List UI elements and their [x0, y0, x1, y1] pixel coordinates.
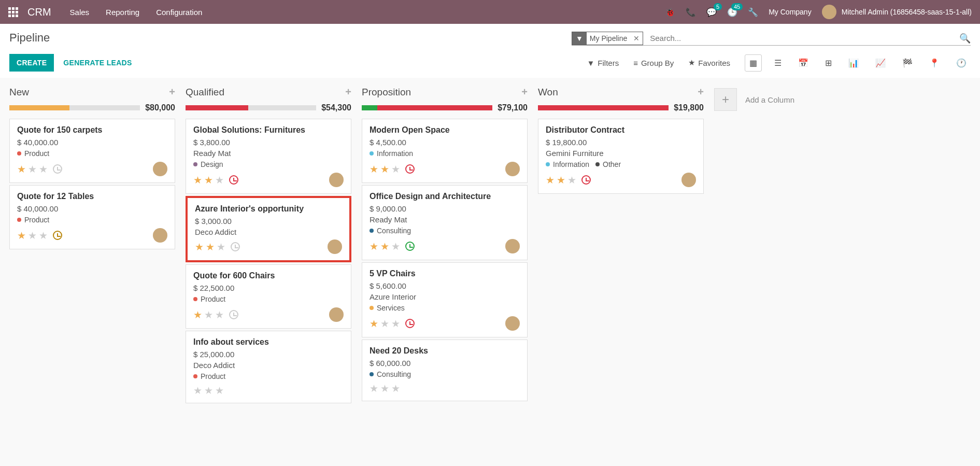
star-icon[interactable]: ★ — [193, 174, 202, 186]
assignee-avatar[interactable] — [505, 239, 520, 253]
nav-sales[interactable]: Sales — [70, 8, 90, 17]
star-icon[interactable]: ★ — [370, 163, 378, 175]
column-add-icon[interactable]: + — [345, 86, 351, 98]
create-button[interactable]: CREATE — [9, 54, 54, 72]
clock-icon[interactable] — [53, 231, 62, 240]
star-icon[interactable]: ★ — [39, 163, 48, 175]
assignee-avatar[interactable] — [328, 239, 342, 254]
graph-view-icon[interactable]: 📊 — [844, 55, 863, 71]
assignee-avatar[interactable] — [329, 307, 344, 322]
priority-stars[interactable]: ★★★ — [546, 174, 591, 186]
priority-stars[interactable]: ★★★ — [370, 241, 415, 252]
map-view-icon[interactable]: 📍 — [925, 55, 944, 71]
star-icon[interactable]: ★ — [370, 241, 378, 252]
kanban-view-icon[interactable]: ▦ — [745, 54, 762, 72]
assignee-avatar[interactable] — [153, 162, 167, 176]
star-icon[interactable]: ★ — [391, 241, 400, 252]
star-icon[interactable]: ★ — [28, 163, 37, 175]
star-icon[interactable]: ★ — [206, 241, 215, 253]
filters-dropdown[interactable]: ▼Filters — [587, 59, 619, 67]
clock-icon[interactable] — [405, 319, 415, 328]
add-column-label[interactable]: Add a Column — [745, 95, 794, 104]
kanban-card[interactable]: Need 20 Desks$ 60,000.00Consulting★★★ — [362, 340, 528, 401]
dashboard-view-icon[interactable]: 🏁 — [898, 55, 917, 71]
star-icon[interactable]: ★ — [380, 383, 389, 394]
clock-icon[interactable] — [53, 164, 62, 174]
filter-chip[interactable]: ▼ My Pipeline ✕ — [572, 32, 643, 45]
priority-stars[interactable]: ★★★ — [193, 309, 238, 321]
clock-icon[interactable] — [229, 310, 238, 319]
star-icon[interactable]: ★ — [204, 385, 213, 397]
star-icon[interactable]: ★ — [217, 241, 225, 253]
assignee-avatar[interactable] — [329, 173, 344, 187]
star-icon[interactable]: ★ — [380, 241, 389, 252]
star-icon[interactable]: ★ — [204, 174, 213, 186]
priority-stars[interactable]: ★★★ — [17, 163, 62, 175]
star-icon[interactable]: ★ — [39, 230, 48, 242]
pivot-view-icon[interactable]: ⊞ — [821, 55, 836, 71]
kanban-card[interactable]: 5 VP Chairs$ 5,600.00Azure InteriorServi… — [362, 262, 528, 337]
clock-icon[interactable] — [581, 175, 591, 185]
kanban-card[interactable]: Info about services$ 25,000.00Deco Addic… — [186, 331, 351, 403]
search-icon[interactable]: 🔍 — [959, 33, 971, 44]
priority-stars[interactable]: ★★★ — [17, 230, 62, 242]
calendar-view-icon[interactable]: 📅 — [794, 55, 813, 71]
favorites-dropdown[interactable]: ★Favorites — [688, 58, 730, 67]
user-menu[interactable]: Mitchell Admin (16856458-saas-15-1-all) — [822, 5, 972, 19]
star-icon[interactable]: ★ — [391, 383, 400, 394]
assignee-avatar[interactable] — [505, 162, 520, 176]
close-icon[interactable]: ✕ — [630, 33, 643, 44]
apps-icon[interactable] — [8, 7, 18, 17]
star-icon[interactable]: ★ — [215, 385, 224, 397]
messages-icon[interactable]: 💬5 — [706, 7, 717, 17]
activities-icon[interactable]: 🕒45 — [727, 7, 737, 17]
star-icon[interactable]: ★ — [215, 309, 224, 321]
assignee-avatar[interactable] — [505, 316, 520, 331]
star-icon[interactable]: ★ — [193, 385, 202, 397]
star-icon[interactable]: ★ — [215, 174, 224, 186]
generate-leads-button[interactable]: GENERATE LEADS — [63, 59, 132, 67]
star-icon[interactable]: ★ — [380, 318, 389, 330]
clock-icon[interactable] — [405, 164, 415, 174]
wrench-icon[interactable]: 🔧 — [748, 7, 758, 17]
star-icon[interactable]: ★ — [567, 174, 576, 186]
star-icon[interactable]: ★ — [193, 309, 202, 321]
star-icon[interactable]: ★ — [380, 163, 389, 175]
brand[interactable]: CRM — [27, 6, 51, 18]
star-icon[interactable]: ★ — [557, 174, 565, 186]
star-icon[interactable]: ★ — [17, 230, 26, 242]
priority-stars[interactable]: ★★★ — [370, 318, 415, 330]
clock-icon[interactable] — [405, 242, 415, 251]
kanban-card[interactable]: Distributor Contract$ 19,800.00Gemini Fu… — [538, 119, 704, 194]
search-input[interactable] — [647, 31, 955, 45]
groupby-dropdown[interactable]: ≡Group By — [633, 59, 674, 67]
column-add-icon[interactable]: + — [521, 86, 528, 98]
assignee-avatar[interactable] — [681, 173, 696, 187]
nav-reporting[interactable]: Reporting — [106, 8, 139, 17]
list-view-icon[interactable]: ☰ — [770, 55, 786, 71]
star-icon[interactable]: ★ — [391, 163, 400, 175]
priority-stars[interactable]: ★★★ — [193, 385, 224, 397]
assignee-avatar[interactable] — [153, 228, 167, 243]
star-icon[interactable]: ★ — [28, 230, 37, 242]
cohort-view-icon[interactable]: 📈 — [871, 55, 890, 71]
star-icon[interactable]: ★ — [370, 383, 378, 394]
column-add-icon[interactable]: + — [169, 86, 175, 98]
kanban-card[interactable]: Global Solutions: Furnitures$ 3,800.00Re… — [186, 119, 351, 194]
nav-configuration[interactable]: Configuration — [156, 8, 202, 17]
add-column-button[interactable]: + — [714, 88, 737, 111]
clock-icon[interactable] — [231, 242, 240, 251]
phone-icon[interactable]: 📞 — [686, 7, 696, 17]
column-add-icon[interactable]: + — [698, 86, 704, 98]
kanban-card[interactable]: Modern Open Space$ 4,500.00Information★★… — [362, 119, 528, 183]
company-switcher[interactable]: My Company — [769, 8, 811, 16]
priority-stars[interactable]: ★★★ — [370, 383, 400, 394]
star-icon[interactable]: ★ — [195, 241, 204, 253]
star-icon[interactable]: ★ — [546, 174, 555, 186]
star-icon[interactable]: ★ — [370, 318, 378, 330]
priority-stars[interactable]: ★★★ — [195, 241, 240, 253]
priority-stars[interactable]: ★★★ — [370, 163, 415, 175]
clock-icon[interactable] — [229, 175, 238, 185]
kanban-card[interactable]: Azure Interior's opportunity$ 3,000.00De… — [186, 196, 351, 262]
bug-icon[interactable]: 🐞 — [665, 7, 675, 17]
